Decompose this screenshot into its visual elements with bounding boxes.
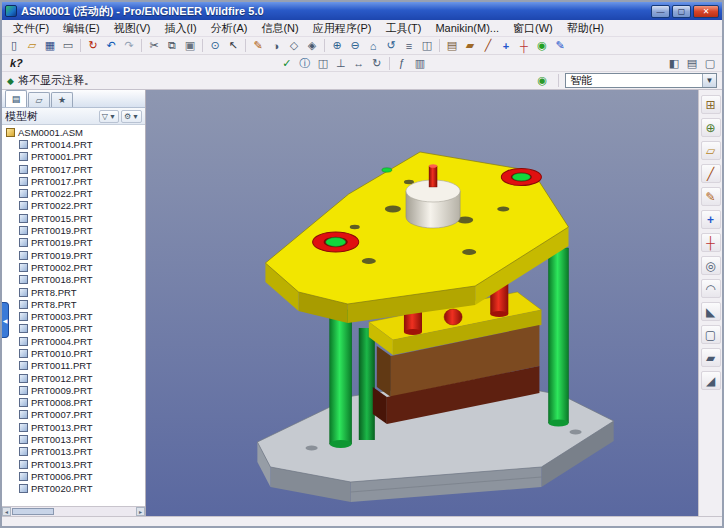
sketch-tool-icon[interactable]: ✎ [701,187,721,206]
datum-points-toggle-icon[interactable]: + [497,38,515,54]
undo-icon[interactable]: ↶ [102,38,120,54]
datum-point-icon[interactable]: + [701,210,721,229]
tree-item[interactable]: PRT0010.PRT [2,347,145,359]
graphics-viewport[interactable] [146,90,698,516]
tree-item[interactable]: PRT0006.PRT [2,470,145,482]
tree-item[interactable]: PRT0017.PRT [2,175,145,187]
layers-icon[interactable]: ▤ [443,38,461,54]
tree-item[interactable]: PRT0013.PRT [2,446,145,458]
tree-item[interactable]: PRT0017.PRT [2,163,145,175]
scroll-right-icon[interactable]: ▸ [136,507,145,516]
draft-tool-icon[interactable]: ◢ [701,371,721,390]
tree-item[interactable]: PRT0001.PRT [2,151,145,163]
reorient-icon[interactable]: ↺ [382,38,400,54]
repaint-icon[interactable]: ✎ [249,38,267,54]
print-icon[interactable]: ▭ [59,38,77,54]
tree-settings-button[interactable]: ⚙ ▼ [121,110,142,123]
search-icon[interactable]: ⊙ [206,38,224,54]
maximize-button[interactable]: ▢ [672,5,691,18]
return-spring-dome[interactable] [444,309,462,325]
tree-item[interactable]: PRT0022.PRT [2,200,145,212]
tree-item[interactable]: PRT0011.PRT [2,360,145,372]
guide-pillar-front[interactable] [330,310,352,448]
select-arrow-icon[interactable]: ↖ [224,38,242,54]
chamfer-tool-icon[interactable]: ◣ [701,302,721,321]
verify-icon[interactable]: ✓ [278,55,296,71]
menu-item[interactable]: 视图(V) [107,20,158,37]
cut-icon[interactable]: ✂ [145,38,163,54]
chevron-down-icon[interactable]: ▼ [702,74,716,87]
hole-tool-icon[interactable]: ◎ [701,256,721,275]
menu-item[interactable]: 应用程序(P) [306,20,379,37]
tree-item[interactable]: PRT0015.PRT [2,212,145,224]
spin-center-toggle-icon[interactable]: ◉ [533,38,551,54]
tree-item[interactable]: PRT0003.PRT [2,310,145,322]
datum-plane-icon[interactable]: ▱ [701,141,721,160]
tree-item[interactable]: PRT0018.PRT [2,274,145,286]
relations-icon[interactable]: ƒ [393,55,411,71]
copy-icon[interactable]: ⧉ [163,38,181,54]
rib-tool-icon[interactable]: ▰ [701,348,721,367]
datum-axes-toggle-icon[interactable]: ╱ [479,38,497,54]
parameters-icon[interactable]: ▥ [411,55,429,71]
hidden-line-display-icon[interactable]: ◈ [303,38,321,54]
menu-item[interactable]: 工具(T) [378,20,428,37]
open-folder-icon[interactable]: ▱ [23,38,41,54]
datum-axis-icon[interactable]: ╱ [701,164,721,183]
tree-item[interactable]: PRT0019.PRT [2,249,145,261]
tree-item[interactable]: PRT0020.PRT [2,483,145,495]
feature-refs-icon[interactable]: ◫ [314,55,332,71]
tree-item[interactable]: PRT0005.PRT [2,323,145,335]
model-tree-toggle-icon[interactable]: ▤ [683,55,701,71]
tree-item[interactable]: PRT0012.PRT [2,372,145,384]
round-tool-icon[interactable]: ◠ [701,279,721,298]
no-hidden-display-icon[interactable]: ◇ [285,38,303,54]
menu-item[interactable]: 编辑(E) [56,20,107,37]
annotation-toggle-icon[interactable]: ✎ [551,38,569,54]
view-manager-icon[interactable]: ◫ [418,38,436,54]
tree-item[interactable]: PRT0008.PRT [2,397,145,409]
tree-item[interactable]: PRT0002.PRT [2,261,145,273]
paste-icon[interactable]: ▣ [181,38,199,54]
tab-model-tree[interactable]: ▤ [5,90,27,107]
tree-item[interactable]: PRT0019.PRT [2,224,145,236]
csys-toggle-icon[interactable]: ┼ [515,38,533,54]
display-settings-icon[interactable]: ◧ [665,55,683,71]
move-component-icon[interactable]: ↔ [350,55,368,71]
scroll-left-icon[interactable]: ◂ [2,507,11,516]
shell-tool-icon[interactable]: ▢ [701,325,721,344]
menu-item[interactable]: 窗口(W) [506,20,560,37]
regenerate-icon[interactable]: ↻ [84,38,102,54]
guide-pillar-right[interactable] [548,248,568,427]
tab-folder-browser[interactable]: ▱ [28,92,50,107]
close-button[interactable]: ✕ [693,5,719,18]
tree-horizontal-scrollbar[interactable]: ◂ ▸ [2,506,145,516]
constraints-icon[interactable]: ⊥ [332,55,350,71]
tree-item[interactable]: PRT0009.PRT [2,384,145,396]
menu-item[interactable]: Manikin(M)... [428,21,506,35]
menu-item[interactable]: 分析(A) [204,20,255,37]
zoom-out-icon[interactable]: ⊖ [346,38,364,54]
info-icon[interactable]: ⓘ [296,55,314,71]
tree-item[interactable]: PRT0022.PRT [2,187,145,199]
guide-bushing-rear[interactable] [501,168,541,185]
tree-item[interactable]: PRT0013.PRT [2,433,145,445]
tree-item[interactable]: PRT0013.PRT [2,458,145,470]
tab-favorites[interactable]: ★ [51,92,73,107]
new-file-icon[interactable]: ▯ [5,38,23,54]
guide-bushing-front[interactable] [313,232,359,252]
datum-planes-toggle-icon[interactable]: ▰ [461,38,479,54]
menu-item[interactable]: 信息(N) [254,20,305,37]
selection-filter-combo[interactable]: 智能 ▼ [565,73,717,88]
minimize-button[interactable]: — [651,5,670,18]
redo-icon[interactable]: ↷ [120,38,138,54]
zoom-in-icon[interactable]: ⊕ [328,38,346,54]
menu-item[interactable]: 插入(I) [157,20,203,37]
tree-item[interactable]: PRT0004.PRT [2,335,145,347]
locating-pin[interactable] [382,168,392,172]
tree-item[interactable]: PRT8.PRT [2,286,145,298]
scrollbar-thumb[interactable] [12,508,54,515]
context-help-icon[interactable]: k? [5,55,28,71]
title-bar[interactable]: ASM0001 (活动的) - Pro/ENGINEER Wildfire 5.… [2,2,722,20]
tree-item[interactable]: PRT0013.PRT [2,421,145,433]
